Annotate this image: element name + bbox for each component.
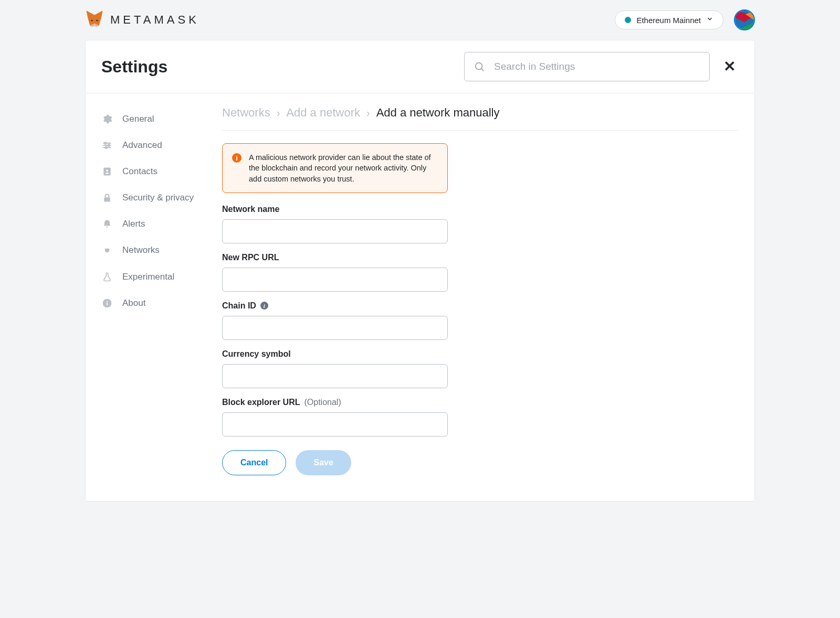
page-title: Settings bbox=[101, 57, 167, 77]
close-button[interactable]: ✕ bbox=[720, 59, 739, 74]
field-explorer-url: Block explorer URL (Optional) bbox=[222, 398, 448, 436]
sidebar-item-label: Security & privacy bbox=[122, 192, 194, 204]
chain-id-input[interactable] bbox=[222, 316, 448, 340]
plug-icon bbox=[101, 246, 113, 256]
gear-icon bbox=[101, 114, 113, 124]
field-label: Network name bbox=[222, 205, 279, 214]
cancel-button[interactable]: Cancel bbox=[222, 450, 286, 475]
settings-sidebar: General Advanced Contacts Security & pri… bbox=[101, 106, 201, 475]
sidebar-item-security[interactable]: Security & privacy bbox=[101, 185, 201, 211]
currency-symbol-input[interactable] bbox=[222, 364, 448, 388]
flask-icon bbox=[101, 272, 113, 282]
svg-rect-19 bbox=[104, 197, 110, 201]
sidebar-item-label: Experimental bbox=[122, 271, 174, 283]
brand-name: METAMASK bbox=[110, 13, 200, 27]
info-tooltip-icon[interactable]: i bbox=[260, 302, 268, 310]
warning-info-icon: i bbox=[232, 153, 242, 163]
settings-search bbox=[464, 52, 710, 81]
search-icon bbox=[474, 61, 485, 72]
settings-content: Networks › Add a network › Add a network… bbox=[222, 106, 739, 475]
sidebar-item-advanced[interactable]: Advanced bbox=[101, 132, 201, 158]
sidebar-item-experimental[interactable]: Experimental bbox=[101, 264, 201, 290]
field-network-name: Network name bbox=[222, 205, 448, 243]
sidebar-item-contacts[interactable]: Contacts bbox=[101, 158, 201, 185]
field-label: Block explorer URL bbox=[222, 398, 300, 407]
sliders-icon bbox=[101, 140, 113, 151]
save-button[interactable]: Save bbox=[296, 450, 351, 475]
breadcrumb-link-add-network[interactable]: Add a network bbox=[286, 106, 360, 120]
breadcrumb-link-networks[interactable]: Networks bbox=[222, 106, 270, 120]
sidebar-item-label: General bbox=[122, 113, 154, 125]
field-optional-hint: (Optional) bbox=[304, 398, 341, 407]
chevron-down-icon bbox=[706, 15, 713, 25]
sidebar-item-general[interactable]: General bbox=[101, 106, 201, 132]
account-avatar[interactable] bbox=[734, 9, 755, 30]
explorer-url-input[interactable] bbox=[222, 412, 448, 436]
lock-icon bbox=[101, 193, 113, 203]
network-status-dot-icon bbox=[625, 17, 631, 23]
network-name-input[interactable] bbox=[222, 219, 448, 243]
sidebar-item-alerts[interactable]: Alerts bbox=[101, 211, 201, 237]
sidebar-item-label: About bbox=[122, 297, 145, 309]
field-label: Chain ID bbox=[222, 301, 256, 311]
svg-rect-21 bbox=[107, 302, 108, 305]
svg-point-15 bbox=[108, 144, 110, 146]
network-label: Ethereum Mainnet bbox=[636, 16, 701, 25]
settings-panel: Settings ✕ General Advanced bbox=[85, 40, 755, 502]
svg-point-14 bbox=[104, 142, 106, 144]
bell-icon bbox=[101, 219, 113, 229]
brand: METAMASK bbox=[85, 10, 200, 30]
chevron-right-icon: › bbox=[366, 107, 370, 119]
svg-point-9 bbox=[476, 63, 482, 70]
breadcrumb: Networks › Add a network › Add a network… bbox=[222, 106, 739, 131]
field-chain-id: Chain ID i bbox=[222, 301, 448, 340]
field-label: New RPC URL bbox=[222, 253, 279, 262]
sidebar-item-label: Advanced bbox=[122, 140, 162, 151]
svg-point-3 bbox=[91, 19, 92, 21]
topbar: METAMASK Ethereum Mainnet bbox=[85, 5, 755, 40]
close-icon: ✕ bbox=[723, 58, 736, 74]
rpc-url-input[interactable] bbox=[222, 268, 448, 292]
settings-panel-header: Settings ✕ bbox=[86, 40, 754, 93]
field-currency-symbol: Currency symbol bbox=[222, 349, 448, 388]
info-icon bbox=[101, 298, 113, 308]
sidebar-item-label: Alerts bbox=[122, 218, 145, 230]
field-rpc-url: New RPC URL bbox=[222, 253, 448, 292]
warning-banner: i A malicious network provider can lie a… bbox=[222, 143, 448, 193]
chevron-right-icon: › bbox=[277, 107, 280, 119]
svg-point-16 bbox=[106, 147, 107, 148]
sidebar-item-label: Contacts bbox=[122, 166, 158, 177]
contact-icon bbox=[101, 166, 113, 177]
svg-point-22 bbox=[107, 301, 108, 302]
svg-point-18 bbox=[106, 170, 108, 172]
search-input[interactable] bbox=[464, 52, 710, 81]
field-label: Currency symbol bbox=[222, 349, 291, 359]
warning-text: A malicious network provider can lie abo… bbox=[249, 152, 438, 184]
sidebar-item-networks[interactable]: Networks bbox=[101, 237, 201, 263]
sidebar-item-about[interactable]: About bbox=[101, 290, 201, 316]
form-actions: Cancel Save bbox=[222, 450, 448, 475]
svg-point-4 bbox=[96, 19, 98, 21]
sidebar-item-label: Networks bbox=[122, 244, 160, 256]
svg-line-10 bbox=[481, 69, 484, 71]
breadcrumb-current: Add a network manually bbox=[376, 106, 500, 120]
add-network-form: Network name New RPC URL Chain ID i bbox=[222, 205, 448, 475]
fox-logo-icon bbox=[85, 10, 104, 30]
network-selector[interactable]: Ethereum Mainnet bbox=[615, 10, 723, 29]
